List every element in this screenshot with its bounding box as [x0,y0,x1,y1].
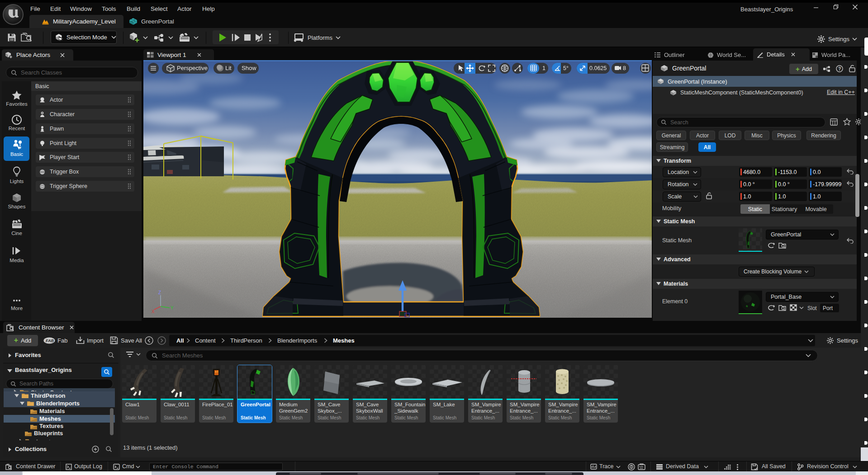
svg-text:5°: 5° [563,65,569,71]
svg-text:Z: Z [158,290,161,295]
svg-text:FAB: FAB [46,339,54,343]
svg-text:Show: Show [242,65,256,71]
svg-text:X: X [152,309,155,314]
svg-text:Lit: Lit [225,65,232,71]
svg-text:Perspective: Perspective [177,65,208,71]
svg-text:0.0625: 0.0625 [589,65,607,71]
svg-text:Input: Input [36,438,51,440]
svg-text:1: 1 [542,65,545,71]
svg-text:8: 8 [623,65,626,71]
svg-text:?: ? [838,66,841,71]
svg-text:Y: Y [171,306,174,310]
